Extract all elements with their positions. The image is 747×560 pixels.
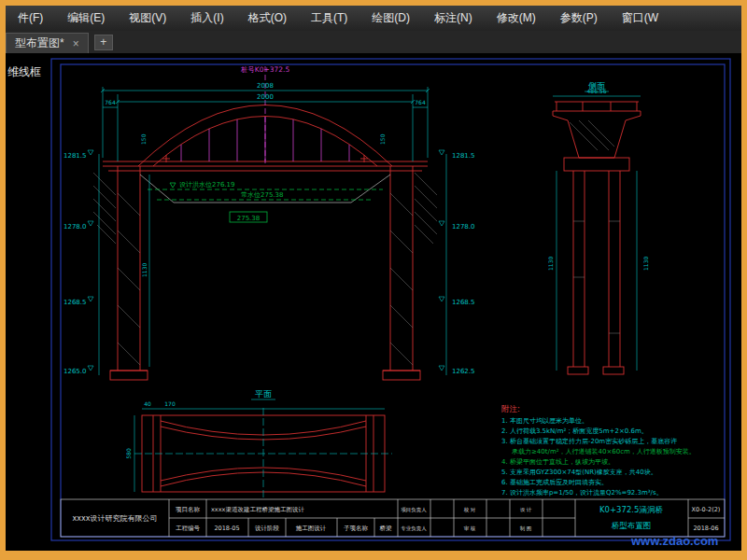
drawing-title-line1: K0+372.5涵洞桥	[599, 505, 663, 514]
menu-modify[interactable]: 修改(M)	[485, 6, 548, 31]
dim-span-length: 2000	[257, 93, 274, 101]
subitem-value: 桥梁	[379, 525, 393, 532]
lev-right-2: 1278.0	[452, 223, 475, 231]
lev-left-2: 1278.0	[63, 223, 87, 231]
tab-bridge-layout[interactable]: 型布置图* ×	[6, 33, 89, 53]
note-5: 5. 支座采用GYZ300×74型(NR)橡胶支座，共40块。	[501, 469, 657, 476]
front-elevation-view: 设计洪水位276.19 常水位275.38 275.38 2008 2000 7…	[63, 65, 475, 380]
role-reviewer: 审 核	[464, 525, 476, 531]
role-designer: 设 计	[520, 507, 532, 512]
lev-left-1: 1281.5	[63, 152, 87, 160]
role-discipline-lead: 专业负责人	[401, 525, 427, 531]
menu-draw[interactable]: 绘图(D)	[359, 6, 422, 31]
tab-close-icon[interactable]: ×	[73, 37, 79, 50]
menu-dimension[interactable]: 标注(N)	[422, 6, 485, 31]
menu-file[interactable]: 件(F)	[6, 6, 55, 31]
plan-dim-a: 40	[144, 400, 151, 407]
note-1: 1. 本图尺寸均以厘米为单位。	[501, 417, 588, 425]
lev-right-1: 1281.5	[452, 152, 475, 160]
note-2: 2. 人行荷载3.5kN/m²；桥面宽度5m+2×0.6m。	[501, 427, 648, 435]
drawing-date: 2018-06	[693, 525, 718, 532]
plan-dim-b: 170	[164, 400, 176, 407]
right-abutment	[383, 166, 420, 380]
menu-tools[interactable]: 工具(T)	[299, 6, 359, 31]
dim-left-edge: 764	[105, 99, 116, 105]
new-tab-button[interactable]: +	[94, 35, 113, 50]
note-6: 6. 基础施工完成后应及时回填夯实。	[501, 478, 608, 486]
normal-water-level-label: 常水位275.38	[241, 191, 284, 199]
role-project-lead: 项目负责人	[401, 507, 427, 513]
bed-elevation-box: 275.38	[237, 215, 261, 222]
role-checker: 校 对	[463, 507, 476, 512]
side-dim-left: 1130	[547, 257, 554, 271]
drawing-number: X0-0-2(2)	[692, 506, 721, 513]
viewport-style-label[interactable]: 维线框	[7, 64, 41, 80]
side-dim-right: 1130	[642, 257, 649, 271]
menu-view[interactable]: 视图(V)	[117, 6, 178, 31]
menu-bar: 件(F) 编辑(E) 视图(V) 插入(I) 格式(O) 工具(T) 绘图(D)…	[6, 6, 741, 31]
title-block: xxxx设计研究院有限公司 项目名称 xxxx渠道改建工程桥梁施工图设计 工程编…	[61, 499, 725, 537]
stage-value: 施工图设计	[296, 525, 327, 532]
job-no-value: 2018-05	[214, 525, 239, 532]
project-label: 项目名称	[176, 506, 201, 513]
lev-left-3: 1268.5	[63, 299, 87, 306]
role-drafter: 制 图	[520, 525, 532, 532]
note-4: 4. 桥梁平面位于直线上，纵坡为平坡。	[501, 457, 614, 466]
earth-hatch	[93, 173, 437, 244]
plan-view: 平面 40 170 580	[125, 389, 392, 499]
design-flood-level-label: 设计洪水位276.19	[179, 181, 235, 189]
drawing-title-line2: 桥型布置图	[612, 521, 652, 530]
watermark-text: www.zdao.com	[631, 534, 718, 548]
plan-dim-width: 580	[125, 448, 132, 459]
dim-overall-length: 2008	[257, 82, 274, 90]
cad-drawing: 设计洪水位276.19 常水位275.38 275.38 2008 2000 7…	[6, 53, 741, 551]
menu-format[interactable]: 格式(O)	[236, 6, 299, 31]
menu-parameters[interactable]: 参数(P)	[548, 6, 610, 31]
tab-label: 型布置图*	[15, 35, 64, 51]
subitem-label: 子项名称	[344, 525, 369, 532]
note-3: 3. 桥台基础须置于稳定持力层-20m密实砂砾层上，基底容许	[501, 438, 677, 445]
station-label: 桩号K0+372.5	[241, 65, 290, 74]
company-name: xxxx设计研究院有限公司	[73, 514, 158, 523]
stage-label: 设计阶段	[255, 525, 280, 532]
tab-bar: 型布置图* × +	[6, 31, 741, 53]
side-dim-width: 486.56	[587, 88, 607, 94]
lev-right-3: 1268.5	[452, 299, 475, 306]
menu-insert[interactable]: 插入(I)	[178, 6, 235, 31]
dim-pier-height: 1130	[141, 263, 148, 277]
lev-right-4: 1262.5	[452, 368, 475, 375]
dim-arch-left: 150	[140, 133, 147, 145]
plan-view-title: 平面	[255, 389, 272, 399]
dim-arch-right: 150	[379, 133, 386, 145]
menu-window[interactable]: 窗口(W	[610, 6, 670, 31]
drawing-canvas[interactable]: 维线框	[6, 53, 741, 551]
note-3b: 承载力≥40t/m²，人行道铺装40×60cm，人行道板预制安装。	[512, 448, 696, 455]
side-view: 侧面 486.56 1130 1130	[547, 81, 649, 374]
notes-block: 附注: 1. 本图尺寸均以厘米为单位。 2. 人行荷载3.5kN/m²；桥面宽度…	[501, 404, 696, 497]
project-value: xxxx渠道改建工程桥梁施工图设计	[211, 506, 304, 513]
lev-left-4: 1265.0	[63, 368, 87, 375]
notes-title: 附注:	[501, 404, 520, 413]
water-levels: 设计洪水位276.19 常水位275.38 275.38	[148, 181, 383, 222]
menu-edit[interactable]: 编辑(E)	[55, 6, 117, 31]
note-7: 7. 设计洪水频率p=1/50，设计流量Q2%=92.3m³/s。	[501, 489, 663, 497]
dim-right-edge: 764	[415, 99, 426, 105]
job-no-label: 工程编号	[176, 525, 201, 532]
